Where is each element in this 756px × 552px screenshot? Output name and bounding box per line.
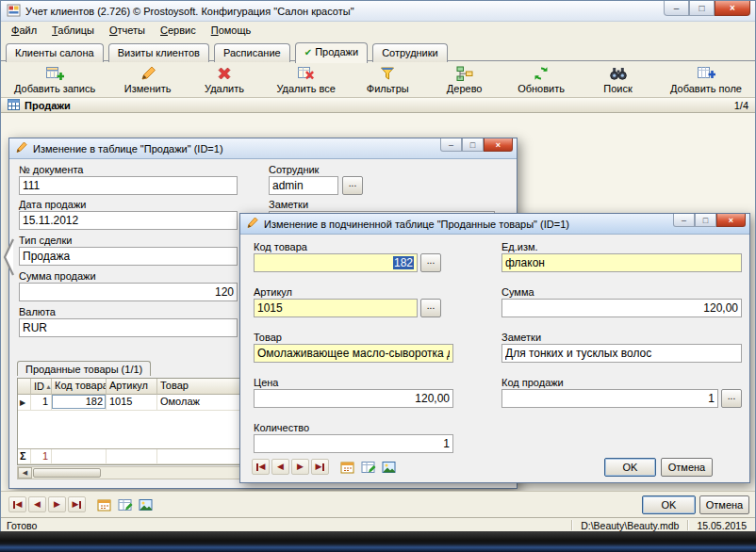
dialog2-ok-button[interactable]: OK [604,458,656,477]
price-label: Цена [254,377,278,388]
dialog2-cancel-button[interactable]: Отмена [661,458,713,477]
tab-schedule[interactable]: Расписание [214,43,290,62]
calendar-icon[interactable] [95,496,114,512]
dialog2-titlebar[interactable]: Изменение в подчиненной таблице "Проданн… [240,214,749,235]
last-record-button[interactable]: ▶ [68,496,86,512]
sku-label: Артикул [254,286,292,298]
dialog1-minimize-button[interactable]: – [440,138,462,152]
product-code-lookup-button[interactable]: ... [420,253,441,272]
product-code-column-header[interactable]: Код товара [52,379,107,395]
currency-label: Валюта [19,306,56,317]
menu-reports[interactable]: Отчеты [102,23,153,39]
minimize-button[interactable]: – [664,1,689,16]
menu-file[interactable]: Файл [4,23,44,39]
sum-field[interactable] [501,299,742,317]
menu-help[interactable]: Помощь [204,23,259,39]
cell-product-code[interactable]: 182 [52,395,107,411]
currency-field[interactable] [19,318,238,337]
image-icon[interactable] [137,496,156,512]
edit-pencil-icon [15,141,28,155]
calendar-icon[interactable] [338,459,357,475]
tab-employees[interactable]: Сотрудники [372,43,448,62]
menu-tables[interactable]: Таблицы [44,23,102,39]
scrollbar-thumb[interactable] [33,468,101,478]
doc-number-field[interactable] [19,176,238,195]
sale-code-field[interactable] [501,389,718,408]
toolbar: Добавить запись Изменить Удалить Удалить… [1,61,755,97]
filter-icon [378,64,397,82]
maximize-button[interactable]: □ [689,1,715,16]
sale-code-label: Код продажи [501,377,564,388]
dialog2-close-button[interactable]: × [716,214,746,227]
dialog1-close-button[interactable]: × [484,138,513,152]
sort-asc-icon: ▲ [45,383,52,390]
content-area: Изменение в таблице "Продажи" (ID=1) – □… [1,113,755,491]
binoculars-icon [609,64,628,82]
window-title: Учет клиентов (2.726) © Prostoysoft. Кон… [25,6,354,17]
main-cancel-button[interactable]: Отмена [699,495,749,514]
first-record-button[interactable]: ◀ [8,496,26,512]
next-record-button[interactable]: ▶ [48,496,66,512]
table-tabs: Клиенты салона Визиты клиентов Расписани… [1,40,755,61]
main-ok-button[interactable]: OK [642,495,696,514]
sale-date-field[interactable] [19,211,238,230]
dialog2-controls: – □ × [673,214,746,227]
dialog2-maximize-button[interactable]: □ [695,214,716,227]
prev-record-button[interactable]: ◀ [271,459,289,475]
table-edit-icon[interactable] [116,496,135,512]
deal-type-field[interactable] [19,247,238,266]
status-bar: Готово D:\Beauty\Beauty.mdb 15.05.2015 [1,517,755,532]
add-record-button[interactable]: Добавить запись [14,64,95,94]
tab-client-visits[interactable]: Визиты клиентов [108,43,209,62]
sold-products-tab[interactable]: Проданные товары (1/1) [17,361,151,376]
window-titlebar[interactable]: Учет клиентов (2.726) © Prostoysoft. Кон… [1,1,755,22]
last-record-button[interactable]: ▶ [311,459,329,475]
prev-record-button[interactable]: ◀ [28,496,46,512]
price-field[interactable] [254,389,453,408]
delete-icon [216,64,233,82]
employee-field[interactable] [269,176,338,195]
image-icon[interactable] [380,459,399,475]
current-row-marker: ▶ [18,395,31,411]
table-edit-icon[interactable] [359,459,378,475]
quantity-field[interactable] [254,434,453,453]
product-code-field[interactable]: 182 [254,253,418,272]
app-window: Учет клиентов (2.726) © Prostoysoft. Кон… [0,0,756,531]
menu-service[interactable]: Сервис [153,23,204,39]
record-counter: 1/4 [734,100,748,111]
filters-button[interactable]: Фильтры [363,64,412,94]
product-field[interactable] [254,344,453,363]
sale-sum-field[interactable] [19,283,238,301]
cell-sku[interactable]: 1015 [107,395,157,411]
tab-sales[interactable]: ✔Продажи [295,42,368,63]
dialog2-minimize-button[interactable]: – [673,214,695,227]
next-record-button[interactable]: ▶ [291,459,309,475]
database-path: D:\Beauty\Beauty.mdb [572,520,687,531]
sku-lookup-button[interactable]: ... [420,299,441,317]
delete-record-button[interactable]: Удалить [200,64,249,94]
cell-id[interactable]: 1 [31,395,52,411]
first-record-button[interactable]: ◀ [252,459,270,475]
employee-lookup-button[interactable]: ... [342,176,363,195]
status-text: Готово [1,520,571,531]
unit-field[interactable] [501,253,742,272]
search-button[interactable]: Поиск [594,64,643,94]
sku-field[interactable] [254,299,418,317]
refresh-button[interactable]: Обновить [517,64,566,94]
sum-label: Сумма [501,286,534,298]
tab-salon-clients[interactable]: Клиенты салона [6,43,104,62]
tree-button[interactable]: Дерево [440,64,489,94]
dialog1-maximize-button[interactable]: □ [462,138,484,152]
collapse-panel-icon[interactable] [1,235,16,281]
add-field-button[interactable]: Добавить поле [670,64,742,94]
notes2-field[interactable] [501,344,742,363]
delete-all-button[interactable]: Удалить все [276,64,335,94]
sku-column-header[interactable]: Артикул [107,379,157,395]
scroll-left-button[interactable]: ◀ [18,467,32,479]
edit-record-button[interactable]: Изменить [123,64,173,94]
id-column-header[interactable]: ID▲ [31,379,52,395]
close-button[interactable]: × [715,1,750,16]
marker-column-header[interactable] [18,379,31,395]
dialog1-titlebar[interactable]: Изменение в таблице "Продажи" (ID=1) – □… [9,138,517,159]
sale-code-lookup-button[interactable]: ... [721,389,742,408]
